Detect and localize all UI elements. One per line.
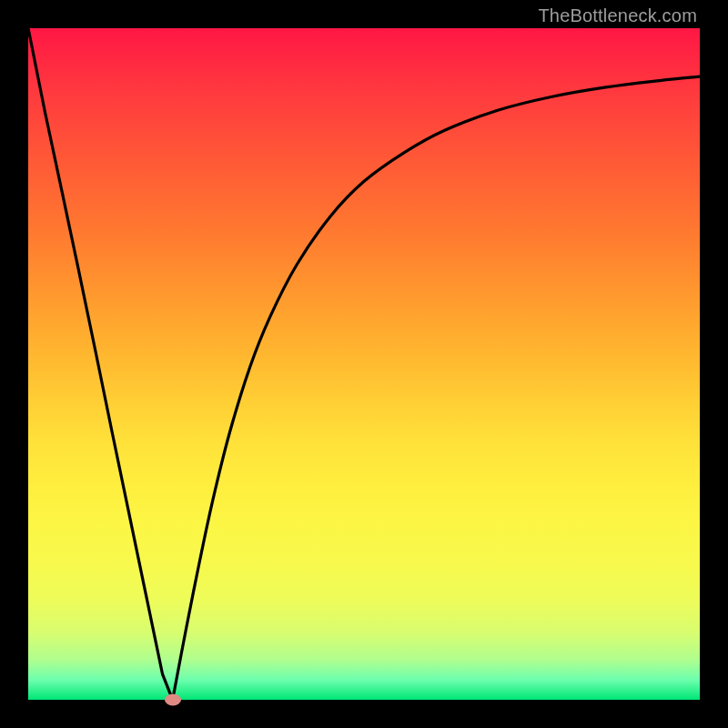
- minimum-marker: [165, 694, 181, 706]
- curve-right-branch: [173, 76, 700, 700]
- plot-area: [28, 28, 700, 700]
- attribution-text: TheBottleneck.com: [538, 5, 697, 26]
- curve-left-branch: [28, 28, 173, 700]
- chart-container: TheBottleneck.com: [0, 0, 728, 728]
- curve-svg: [28, 28, 700, 700]
